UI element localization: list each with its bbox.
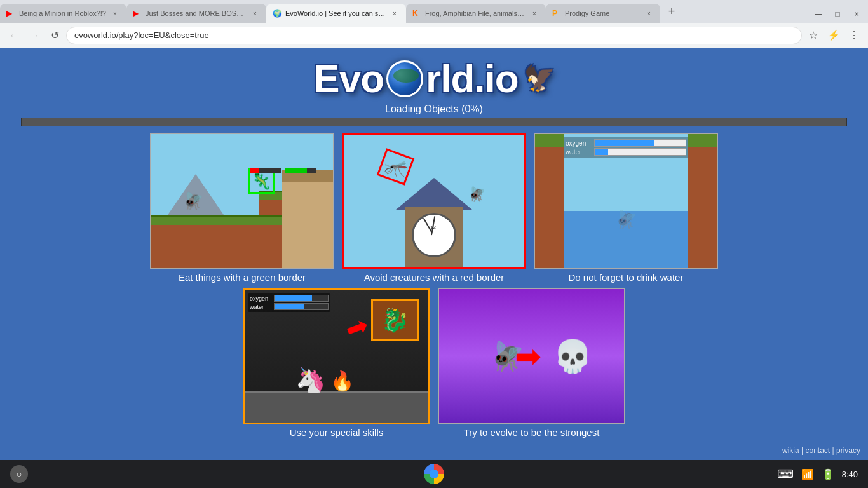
panel2-caption: Avoid creatures with a red border (364, 272, 505, 283)
panel4-caption: Use your special skills (290, 427, 384, 438)
back-button[interactable]: ← (5, 27, 23, 44)
water-label: water (566, 149, 594, 156)
creature-in-water: 🪰 (615, 209, 637, 230)
tab3-title: EvoWorld.io | See if you can sur... (285, 10, 386, 17)
tutorial-panel-4: oxygen water 🐉 ➡ (243, 288, 430, 438)
tutorial-panel-3: oxygen water (534, 133, 718, 283)
panel1-image: 🪰 🦎 (150, 133, 334, 269)
browser-frame: ▶ Being a Minion in Roblox?!? × ▶ Just B… (0, 0, 868, 488)
time-display: 8:40 (842, 470, 858, 479)
reload-button[interactable]: ↺ (46, 27, 64, 44)
footer-privacy[interactable]: privacy (836, 446, 860, 455)
chrome-logo[interactable] (424, 464, 444, 484)
tab-4[interactable]: K Frog, Amphibian File, animals, w... × (406, 4, 546, 23)
tab-1[interactable]: ▶ Being a Minion in Roblox?!? × (0, 4, 126, 23)
player-creature: 🦄 (295, 366, 325, 394)
title-text-evo: Evo (313, 56, 384, 101)
panel3-caption: Do not forget to drink water (569, 272, 684, 283)
maximize-button[interactable]: □ (829, 5, 846, 23)
menu-button[interactable]: ⋮ (845, 27, 863, 44)
evolve-to-creature: 💀 (553, 338, 592, 375)
tab4-close[interactable]: × (529, 8, 539, 18)
panel4-water-label: water (250, 304, 274, 310)
tab3-favicon: 🌍 (273, 9, 281, 18)
tab-bar: ▶ Being a Minion in Roblox?!? × ▶ Just B… (0, 0, 868, 23)
forward-button[interactable]: → (25, 27, 43, 44)
taskbar-right: ⌨ 📶 🔋 8:40 (777, 467, 858, 481)
tutorial-panel-5: 🪰 ➡ 💀 Try to evolve to be the strongest (438, 288, 625, 438)
tab5-favicon: P (552, 9, 561, 18)
new-tab-button[interactable]: + (663, 3, 681, 20)
game-title: Evo rld.io 🦅 (313, 56, 554, 101)
loading-bar-container (21, 118, 847, 126)
tab1-close[interactable]: × (110, 8, 120, 18)
tab-5[interactable]: P Prodigy Game × (546, 4, 660, 23)
tutorial-row-1: 🪰 🦎 Eat things with a green border (129, 133, 739, 283)
creature-small-fly: 🪰 (468, 186, 485, 203)
tutorial-panel-1: 🪰 🦎 Eat things with a green border (150, 133, 334, 283)
page-content: Evo rld.io 🦅 Loading Objects (0%) (0, 48, 868, 460)
title-globe (386, 60, 423, 97)
tab4-favicon: K (412, 9, 421, 18)
tutorial-grid: 🪰 🦎 Eat things with a green border (129, 133, 739, 438)
evolve-arrow: ➡ (515, 338, 541, 375)
taskbar-center (424, 464, 444, 484)
battery-icon: 🔋 (822, 468, 834, 480)
tab2-title: Just Bosses and MORE BOSSES! (146, 10, 246, 17)
panel2-image: 12 🦟 🪰 (342, 133, 526, 269)
panel4-image: oxygen water 🐉 ➡ (243, 288, 430, 424)
network-icon: 📶 (801, 468, 814, 480)
creature-fly-green: 🦎 (250, 170, 273, 192)
title-creature-icon: 🦅 (524, 64, 555, 93)
taskbar-circle-icon[interactable]: ○ (10, 465, 28, 483)
tab5-title: Prodigy Game (565, 10, 640, 17)
panel1-caption: Eat things with a green border (179, 272, 306, 283)
tab3-close[interactable]: × (390, 8, 400, 18)
loading-text: Loading Objects (0%) (385, 104, 483, 115)
skill-thumbnail: 🐉 (371, 299, 419, 341)
footer-contact[interactable]: contact (805, 446, 830, 455)
panel5-caption: Try to evolve to be the strongest (464, 427, 600, 438)
tutorial-panel-2: 12 🦟 🪰 Avoid creatures with a red border (342, 133, 526, 283)
keyboard-icon: ⌨ (777, 467, 794, 481)
tab1-title: Being a Minion in Roblox?!? (19, 10, 106, 17)
tab-3[interactable]: 🌍 EvoWorld.io | See if you can sur... × (266, 4, 406, 23)
tab-2[interactable]: ▶ Just Bosses and MORE BOSSES! × (126, 4, 266, 23)
creature-fly-1: 🪰 (183, 191, 203, 211)
title-text-world: rld.io (426, 56, 519, 101)
address-bar[interactable] (66, 27, 802, 44)
extensions-button[interactable]: ⚡ (825, 27, 843, 44)
toolbar: ← → ↺ ☆ ⚡ ⋮ (0, 23, 868, 48)
panel3-image: oxygen water (534, 133, 718, 269)
tutorial-row-2: oxygen water 🐉 ➡ (129, 288, 739, 438)
footer-wikia[interactable]: wikia (782, 446, 799, 455)
oxygen-label: oxygen (566, 140, 594, 147)
chrome-inner (430, 470, 438, 478)
fireball: 🔥 (330, 370, 354, 392)
close-button[interactable]: × (848, 5, 865, 23)
tab5-close[interactable]: × (644, 8, 654, 18)
panel4-oxygen-label: oxygen (250, 295, 274, 302)
taskbar-left: ○ (10, 465, 28, 483)
taskbar: ○ ⌨ 📶 🔋 8:40 (0, 460, 868, 488)
tab1-favicon: ▶ (6, 9, 15, 18)
panel5-image: 🪰 ➡ 💀 (438, 288, 625, 424)
tab2-close[interactable]: × (250, 8, 260, 18)
bookmark-button[interactable]: ☆ (804, 27, 822, 44)
footer: wikia | contact | privacy (782, 446, 860, 455)
minimize-button[interactable]: ─ (810, 5, 827, 23)
tab4-title: Frog, Amphibian File, animals, w... (425, 10, 526, 17)
tab2-favicon: ▶ (133, 9, 142, 18)
